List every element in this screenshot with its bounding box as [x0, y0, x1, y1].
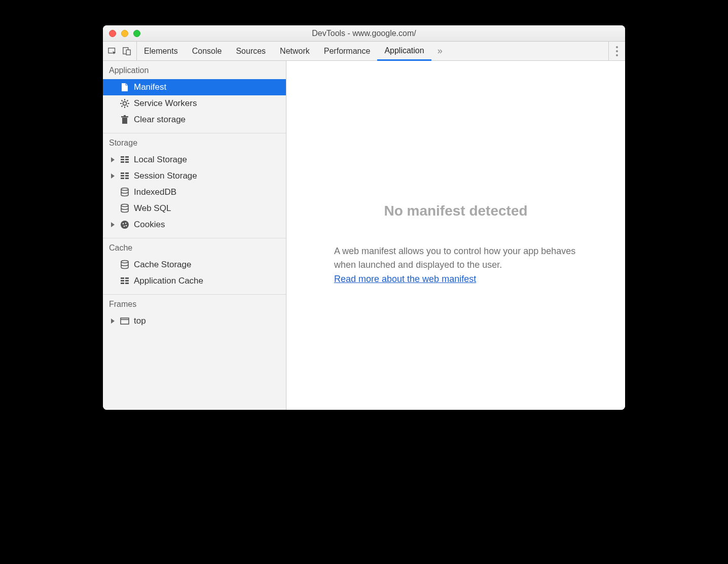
tab-label: Performance	[324, 47, 371, 56]
sidebar-item-application-cache[interactable]: Application Cache	[103, 273, 286, 289]
sidebar-item-clear-storage[interactable]: Clear storage	[103, 112, 286, 128]
sidebar-item-label: Clear storage	[134, 115, 186, 125]
settings-menu-button[interactable]	[608, 42, 625, 60]
empty-state-heading: No manifest detected	[384, 203, 527, 219]
trash-icon	[120, 115, 130, 125]
tab-console[interactable]: Console	[185, 42, 229, 60]
expand-triangle-icon[interactable]	[111, 173, 115, 179]
tab-elements[interactable]: Elements	[137, 42, 185, 60]
tab-label: Elements	[144, 47, 178, 56]
grid-icon	[120, 155, 130, 165]
tab-performance[interactable]: Performance	[317, 42, 378, 60]
kebab-icon	[616, 45, 618, 57]
panel-tabs: Elements Console Sources Network Perform…	[137, 42, 608, 60]
svg-rect-17	[121, 159, 124, 160]
svg-rect-39	[121, 283, 124, 284]
device-toggle-icon[interactable]	[122, 47, 131, 56]
sidebar-item-label: Cache Storage	[134, 260, 191, 270]
grid-icon	[120, 171, 130, 181]
sidebar-item-label: IndexedDB	[134, 187, 176, 197]
svg-rect-23	[121, 175, 124, 177]
svg-rect-24	[125, 175, 129, 177]
svg-point-28	[121, 204, 128, 207]
devtools-toolbar: Elements Console Sources Network Perform…	[103, 42, 625, 61]
titlebar: DevTools - www.google.com/	[103, 25, 625, 42]
svg-rect-41	[121, 318, 129, 324]
manifest-panel: No manifest detected A web manifest allo…	[286, 61, 625, 410]
sidebar-item-cookies[interactable]: Cookies	[103, 217, 286, 233]
inspect-element-icon[interactable]	[108, 47, 117, 56]
database-icon	[120, 260, 130, 270]
sidebar-item-manifest[interactable]: Manifest	[103, 79, 286, 95]
window-title: DevTools - www.google.com/	[103, 29, 625, 38]
grid-icon	[120, 276, 130, 286]
sidebar-item-local-storage[interactable]: Local Storage	[103, 152, 286, 168]
database-icon	[120, 203, 130, 214]
toolbar-icon-group	[103, 42, 137, 60]
svg-point-29	[121, 221, 129, 229]
section-title: Application	[103, 61, 286, 79]
svg-rect-15	[121, 156, 124, 158]
frame-icon	[120, 316, 130, 326]
sidebar-item-label: Local Storage	[134, 155, 187, 165]
sidebar-item-label: Session Storage	[134, 171, 197, 181]
sidebar-item-label: Manifest	[134, 82, 166, 92]
tab-label: Network	[280, 47, 310, 56]
svg-line-10	[122, 105, 123, 107]
tabs-overflow-button[interactable]: »	[431, 46, 449, 56]
gear-icon	[120, 98, 130, 109]
devtools-window: DevTools - www.google.com/ Elements Cons…	[103, 25, 625, 410]
svg-rect-21	[121, 172, 124, 174]
sidebar-item-web-sql[interactable]: Web SQL	[103, 200, 286, 217]
section-cache: Cache Cache Storage Application Cache	[103, 238, 286, 295]
svg-point-34	[121, 261, 128, 263]
sidebar-item-top-frame[interactable]: top	[103, 313, 286, 329]
tab-application[interactable]: Application	[377, 42, 431, 61]
svg-rect-35	[121, 277, 124, 279]
section-title: Frames	[103, 295, 286, 313]
svg-rect-2	[126, 50, 130, 55]
section-storage: Storage Local Storage Session Storage	[103, 133, 286, 238]
svg-rect-25	[121, 178, 124, 179]
tab-label: Application	[384, 46, 424, 55]
sidebar-item-label: Application Cache	[134, 276, 203, 286]
sidebar-item-label: Web SQL	[134, 203, 171, 214]
section-application: Application Manifest Service Workers	[103, 61, 286, 133]
svg-point-33	[126, 225, 127, 227]
svg-rect-19	[121, 161, 124, 163]
svg-rect-16	[125, 156, 129, 158]
svg-rect-37	[121, 280, 124, 281]
empty-state-description: A web manifest allows you to control how…	[334, 244, 577, 272]
sidebar-item-cache-storage[interactable]: Cache Storage	[103, 257, 286, 273]
tab-label: Sources	[236, 47, 266, 56]
panel-body: Application Manifest Service Workers	[103, 61, 625, 410]
svg-rect-13	[121, 116, 128, 118]
svg-rect-22	[125, 172, 129, 174]
svg-line-8	[122, 100, 123, 101]
expand-triangle-icon[interactable]	[111, 157, 115, 162]
tab-sources[interactable]: Sources	[229, 42, 273, 60]
svg-rect-38	[125, 280, 129, 281]
tab-label: Console	[192, 47, 222, 56]
svg-rect-14	[124, 115, 126, 116]
svg-rect-26	[125, 178, 129, 179]
expand-triangle-icon[interactable]	[111, 222, 115, 227]
sidebar-item-label: Service Workers	[134, 98, 197, 109]
section-title: Cache	[103, 238, 286, 257]
expand-triangle-icon[interactable]	[111, 319, 115, 324]
svg-line-11	[127, 100, 128, 101]
sidebar-item-service-workers[interactable]: Service Workers	[103, 95, 286, 112]
tab-network[interactable]: Network	[273, 42, 317, 60]
svg-point-31	[125, 223, 127, 224]
svg-point-30	[123, 223, 124, 225]
svg-rect-40	[125, 283, 129, 284]
svg-line-9	[127, 105, 128, 107]
read-more-link[interactable]: Read more about the web manifest	[334, 274, 476, 285]
sidebar-item-label: top	[134, 316, 146, 326]
svg-rect-20	[125, 161, 129, 163]
sidebar-item-indexeddb[interactable]: IndexedDB	[103, 184, 286, 200]
sidebar-item-session-storage[interactable]: Session Storage	[103, 168, 286, 184]
svg-rect-18	[125, 159, 129, 160]
section-frames: Frames top	[103, 295, 286, 334]
cookie-icon	[120, 220, 130, 230]
